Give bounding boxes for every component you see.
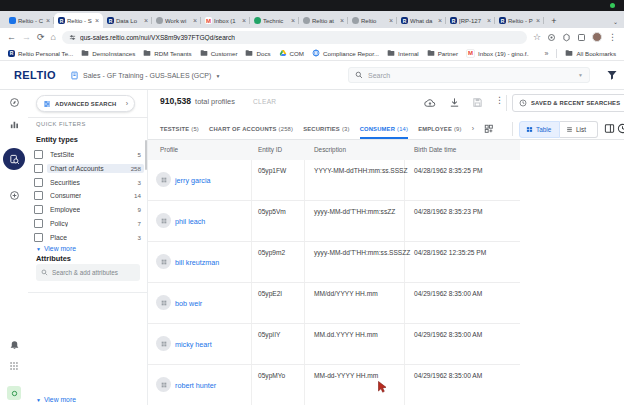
tab-close-icon[interactable]: × — [144, 17, 148, 24]
advanced-search-button[interactable]: ADVANCED SEARCH › — [36, 95, 135, 112]
bookmark-item[interactable]: DemoInstances — [81, 49, 135, 57]
search-module-icon[interactable] — [3, 148, 25, 170]
all-bookmarks-button[interactable]: All Bookmarks — [565, 49, 616, 57]
home-icon[interactable]: ⌂ — [51, 33, 56, 42]
browser-tab[interactable]: RReltio - P× — [495, 13, 544, 28]
result-tab-securities[interactable]: SECURITIES(3) — [303, 118, 349, 139]
browser-tab[interactable]: Technic× — [250, 13, 299, 28]
tab-close-icon[interactable]: × — [193, 17, 197, 24]
bookmark-item[interactable]: COM — [279, 49, 304, 57]
checkbox[interactable] — [34, 219, 43, 228]
bookmark-star-icon[interactable]: ☆ — [533, 33, 541, 42]
profile-link[interactable]: bob weir — [175, 299, 202, 308]
entity-type-filter[interactable]: Employee9 — [34, 203, 144, 216]
browser-tab[interactable]: MInbox (1× — [201, 13, 250, 28]
apps-grid-icon[interactable] — [0, 361, 28, 371]
bookmark-item[interactable]: RReltio Personal Te... — [8, 50, 73, 57]
bell-icon[interactable] — [0, 339, 28, 350]
tab-close-icon[interactable]: × — [536, 17, 540, 24]
result-tab-consumer[interactable]: CONSUMER(14) — [360, 118, 409, 139]
browser-tab[interactable]: RData Lo× — [103, 13, 152, 28]
tab-close-icon[interactable]: × — [487, 17, 491, 24]
entity-type-filter[interactable]: Securities3 — [34, 176, 144, 189]
filter-funnel-icon[interactable] — [606, 69, 618, 81]
profile-link[interactable]: micky heart — [175, 340, 212, 349]
entity-type-filter[interactable]: Policy7 — [34, 217, 144, 230]
tab-close-icon[interactable]: × — [95, 17, 99, 24]
forward-icon[interactable]: → — [22, 33, 31, 42]
checkbox[interactable] — [34, 205, 43, 214]
reload-icon[interactable]: ⟳ — [37, 33, 45, 42]
tab-close-icon[interactable]: × — [389, 17, 393, 24]
sidebar-scrollbar[interactable] — [145, 140, 147, 170]
bookmark-item[interactable]: Compliance Repor... — [312, 49, 379, 57]
download-icon[interactable] — [449, 97, 460, 108]
manage-views-icon[interactable] — [484, 124, 494, 134]
table-view-button[interactable]: Table — [519, 121, 560, 138]
table-row[interactable]: bill kreutzman 05yp9m2 yyyy-MM-dd'T'HH:m… — [148, 242, 520, 283]
bookmark-item[interactable]: RDM Tenants — [143, 49, 191, 57]
tab-close-icon[interactable]: × — [46, 17, 50, 24]
bookmark-item[interactable]: MInbox (19) - gino.f... — [466, 49, 529, 58]
more-options-icon[interactable]: ⋮ — [495, 95, 504, 105]
entity-type-filter[interactable]: Place3 — [34, 231, 144, 244]
extension-icon[interactable] — [547, 33, 556, 42]
entity-type-filter[interactable]: Chart of Accounts258 — [34, 162, 144, 175]
browser-tab[interactable]: Reltio at× — [299, 13, 348, 28]
bookmark-item[interactable]: Internal — [387, 49, 419, 57]
address-bar[interactable]: gus-sales.reltio.com/nui/VXS8m9v397FTGQd… — [62, 31, 527, 44]
bookmark-item[interactable]: Partner — [427, 49, 458, 57]
entity-type-filter[interactable]: Consumer14 — [34, 189, 144, 202]
history-icon[interactable] — [617, 123, 624, 134]
column-header[interactable]: Profile — [160, 146, 178, 153]
clear-button[interactable]: CLEAR — [253, 98, 277, 105]
tab-close-icon[interactable]: × — [242, 17, 246, 24]
compass-icon[interactable] — [0, 97, 28, 108]
checkbox[interactable] — [34, 150, 43, 159]
checkbox[interactable] — [34, 178, 43, 187]
browser-menu-icon[interactable]: ⋮ — [608, 33, 617, 42]
view-more-link[interactable]: ▼ View more — [36, 245, 76, 252]
result-tab-employee[interactable]: EMPLOYEE(9) — [418, 118, 462, 139]
tab-close-icon[interactable]: × — [438, 17, 442, 24]
side-panel-icon[interactable] — [604, 123, 615, 134]
tab-close-icon[interactable]: × — [291, 17, 295, 24]
profile-link[interactable]: bill kreutzman — [175, 258, 219, 267]
browser-tab[interactable]: RReltio - S× — [54, 13, 103, 28]
global-search-input[interactable]: Search ▼ — [348, 67, 590, 83]
table-row[interactable]: jerry garcia 05yp1FW YYYY-MM-ddTHH:mm:ss… — [148, 160, 520, 201]
bookmarks-overflow-icon[interactable]: » — [545, 50, 549, 57]
profile-link[interactable]: phil leach — [175, 217, 205, 226]
back-icon[interactable]: ← — [7, 33, 16, 42]
target-icon[interactable] — [0, 190, 28, 201]
browser-tab[interactable]: Reltio - C× — [5, 13, 54, 28]
table-row[interactable]: robert hunter 05ypMYo MM-dd-YYYY HH.mm 0… — [148, 365, 520, 405]
tab-search-chevron-icon[interactable]: ⌄ — [613, 18, 618, 25]
new-tab-button[interactable]: + — [548, 15, 560, 27]
status-badge[interactable] — [7, 386, 21, 400]
result-tab-chart-of-accounts[interactable]: CHART OF ACCOUNTS(258) — [209, 118, 293, 139]
checkbox[interactable] — [34, 191, 43, 200]
more-tabs-chevron-icon[interactable]: › — [472, 125, 474, 132]
tenant-switcher[interactable]: Sales - GF Training - GUS-SALES (GCP) ▼ — [70, 71, 220, 80]
table-row[interactable]: bob weir 05ypE2I MM/dd/YYYY HH.mm 04/29/… — [148, 283, 520, 324]
save-icon[interactable] — [472, 97, 483, 108]
list-view-button[interactable]: List — [560, 121, 598, 138]
checkbox[interactable] — [34, 164, 43, 173]
table-row[interactable]: micky heart 05ypIIY MM.dd.YYYY HH.mm 04/… — [148, 324, 520, 365]
browser-tab[interactable]: RWhat da× — [397, 13, 446, 28]
bar-chart-icon[interactable] — [0, 119, 28, 130]
attributes-search-input[interactable]: Search & add attributes — [36, 264, 140, 281]
tab-group-icon[interactable] — [577, 33, 586, 42]
result-tab-testsite[interactable]: TESTSITE(5) — [160, 118, 199, 139]
checkbox[interactable] — [34, 233, 43, 242]
column-header[interactable]: Description — [314, 146, 346, 153]
profile-link[interactable]: robert hunter — [175, 381, 216, 390]
bookmark-item[interactable]: Docs — [245, 49, 270, 57]
column-header[interactable]: Entity ID — [258, 146, 282, 153]
profile-link[interactable]: jerry garcia — [175, 176, 211, 185]
bookmark-item[interactable]: Customer — [200, 49, 238, 57]
column-header[interactable]: Birth Date time — [414, 146, 456, 153]
browser-tab[interactable]: Reltio× — [348, 13, 397, 28]
tab-close-icon[interactable]: × — [340, 17, 344, 24]
